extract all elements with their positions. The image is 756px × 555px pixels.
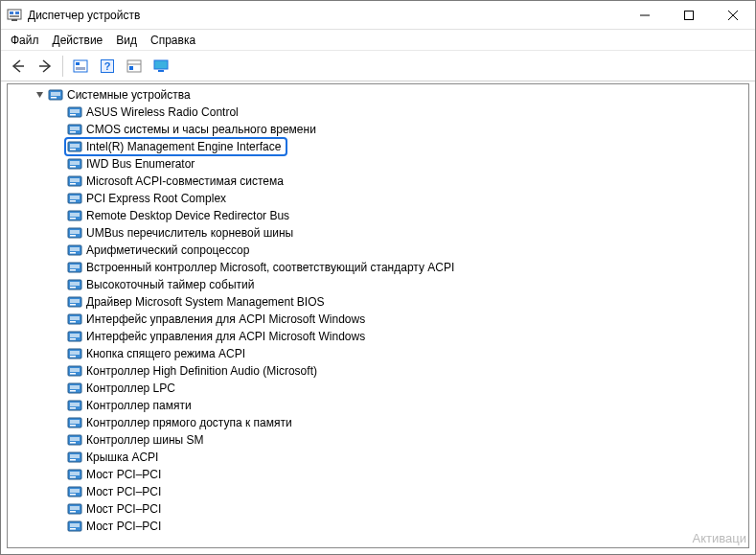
svg-rect-94: [70, 506, 80, 510]
tree-item[interactable]: Контроллер шины SM: [8, 431, 748, 449]
tree-item[interactable]: IWD Bus Enumerator: [8, 155, 748, 173]
svg-rect-58: [70, 299, 80, 303]
tree-item[interactable]: Мост PCI–PCI: [8, 466, 748, 483]
device-icon: [67, 312, 82, 327]
tree-item-label: CMOS системы и часы реального времени: [86, 123, 316, 136]
device-icon: [67, 363, 82, 379]
tree-item[interactable]: Интерфейс управления для ACPI Microsoft …: [8, 311, 748, 328]
tree-item-label: Высокоточный таймер событий: [86, 278, 254, 291]
svg-rect-2: [15, 12, 19, 14]
device-icon: [67, 104, 82, 120]
tree-item[interactable]: PCI Express Root Complex: [8, 190, 748, 207]
tree-item[interactable]: Контроллер High Definition Audio (Micros…: [8, 362, 748, 380]
menu-help[interactable]: Справка: [150, 34, 195, 47]
menu-action[interactable]: Действие: [53, 34, 103, 47]
close-button[interactable]: [711, 1, 755, 29]
back-button[interactable]: [7, 55, 30, 78]
tree-item-label: Контроллер прямого доступа к памяти: [86, 416, 292, 429]
svg-rect-64: [70, 334, 80, 337]
svg-rect-46: [70, 230, 80, 234]
svg-rect-80: [70, 425, 76, 427]
tree-item-label: Мост PCI–PCI: [86, 468, 161, 481]
tree-item-label: Мост PCI–PCI: [86, 502, 161, 516]
tree-item-label: Remote Desktop Device Redirector Bus: [86, 209, 289, 222]
tree-item[interactable]: Мост PCI–PCI: [8, 518, 748, 535]
device-icon: [67, 243, 82, 258]
tree-item[interactable]: Мост PCI–PCI: [8, 500, 748, 518]
svg-rect-53: [70, 269, 76, 271]
tree-item[interactable]: Высокоточный таймер событий: [8, 276, 748, 293]
svg-rect-89: [70, 476, 76, 478]
tree-item[interactable]: Крышка ACPI: [8, 449, 748, 466]
device-icon: [67, 501, 82, 517]
maximize-button[interactable]: [667, 1, 711, 29]
tree-root-label: Системные устройства: [67, 88, 191, 102]
tree-item[interactable]: Мост PCI–PCI: [8, 483, 748, 500]
svg-rect-50: [70, 252, 76, 254]
tree-item[interactable]: Intel(R) Management Engine Interface: [65, 138, 286, 155]
tree-item[interactable]: Remote Desktop Device Redirector Bus: [8, 207, 748, 224]
tree-item-label: ASUS Wireless Radio Control: [86, 105, 239, 119]
tree-item[interactable]: CMOS системы и часы реального времени: [8, 121, 748, 138]
tree-item-label: Контроллер шины SM: [86, 433, 203, 447]
svg-rect-68: [70, 356, 76, 358]
tree-item[interactable]: Контроллер LPC: [8, 380, 748, 397]
svg-rect-86: [70, 459, 76, 461]
tree-item[interactable]: Кнопка спящего режима ACPI: [8, 345, 748, 362]
svg-rect-44: [70, 218, 76, 220]
svg-rect-77: [70, 407, 76, 409]
svg-rect-88: [70, 472, 80, 475]
tree-item[interactable]: UMBus перечислитель корневой шины: [8, 224, 748, 242]
titlebar: Диспетчер устройств: [1, 1, 755, 30]
device-icon: [67, 277, 82, 292]
show-hidden-button[interactable]: [69, 55, 92, 78]
tree-item[interactable]: Контроллер памяти: [8, 397, 748, 414]
tree-item[interactable]: ASUS Wireless Radio Control: [8, 104, 748, 121]
svg-rect-35: [70, 166, 76, 168]
toolbar-separator: [62, 56, 63, 77]
forward-button[interactable]: [34, 55, 57, 78]
tree-item-label: Контроллер LPC: [86, 382, 175, 395]
tree-item[interactable]: Microsoft ACPI-совместимая система: [8, 173, 748, 190]
tree-item-label: Кнопка спящего режима ACPI: [86, 347, 245, 360]
svg-rect-52: [70, 265, 80, 268]
tree-item[interactable]: Контроллер прямого доступа к памяти: [8, 414, 748, 431]
svg-rect-22: [51, 92, 60, 96]
svg-rect-95: [70, 511, 76, 513]
menu-file[interactable]: Файл: [11, 34, 39, 47]
svg-rect-26: [70, 114, 76, 116]
properties-button[interactable]: [123, 55, 146, 78]
tree-root-node[interactable]: Системные устройства: [8, 86, 748, 104]
svg-rect-3: [10, 15, 19, 17]
svg-rect-65: [70, 338, 76, 340]
svg-rect-19: [154, 60, 168, 69]
tree-item-label: Арифметический сопроцессор: [86, 243, 249, 257]
device-icon: [67, 122, 82, 137]
svg-rect-28: [70, 127, 80, 130]
svg-rect-82: [70, 437, 80, 441]
svg-rect-29: [70, 131, 76, 133]
svg-rect-32: [70, 149, 76, 150]
svg-rect-47: [70, 235, 76, 237]
help-button[interactable]: ?: [96, 55, 119, 78]
tree-item[interactable]: Драйвер Microsoft System Management BIOS: [8, 293, 748, 311]
chevron-down-icon[interactable]: [34, 89, 46, 101]
device-icon: [67, 519, 82, 534]
tree-item[interactable]: Интерфейс управления для ACPI Microsoft …: [8, 328, 748, 345]
monitor-button[interactable]: [149, 55, 172, 78]
device-icon: [67, 294, 82, 310]
tree-item[interactable]: Встроенный контроллер Microsoft, соответ…: [8, 259, 748, 276]
svg-rect-74: [70, 390, 76, 392]
menu-view[interactable]: Вид: [116, 34, 137, 47]
tree-item-label: Встроенный контроллер Microsoft, соответ…: [86, 261, 454, 274]
category-icon: [48, 87, 63, 103]
content-pane: Системные устройства ASUS Wireless Radio…: [7, 83, 749, 548]
window-title: Диспетчер устройств: [28, 9, 140, 22]
svg-rect-20: [158, 70, 164, 72]
device-icon: [67, 208, 82, 223]
svg-rect-79: [70, 420, 80, 424]
minimize-button[interactable]: [623, 1, 667, 29]
device-tree[interactable]: Системные устройства ASUS Wireless Radio…: [8, 84, 748, 547]
svg-rect-41: [70, 200, 76, 202]
tree-item[interactable]: Арифметический сопроцессор: [8, 242, 748, 259]
